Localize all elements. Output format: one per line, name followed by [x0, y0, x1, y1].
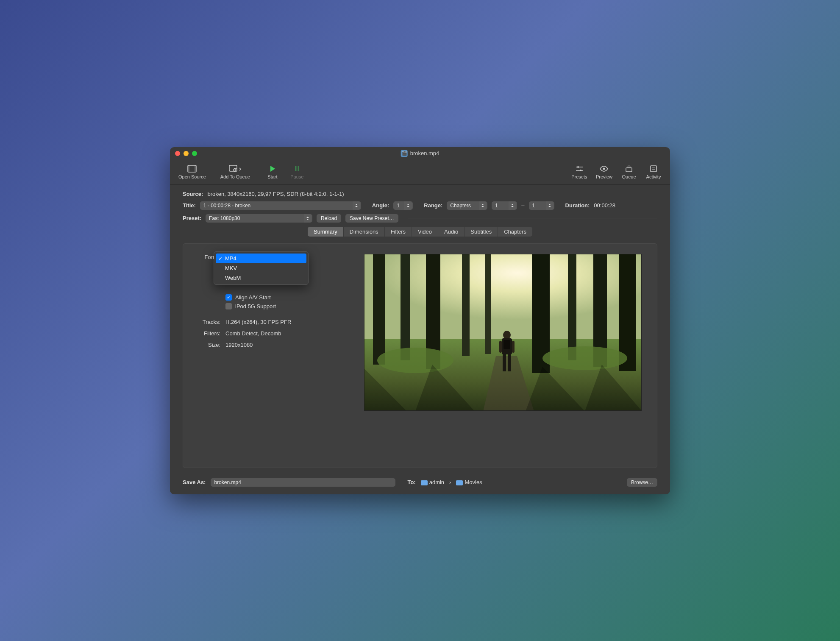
svg-rect-13 [627, 167, 631, 167]
svg-rect-31 [503, 340, 510, 349]
preset-select[interactable]: Fast 1080p30 [206, 214, 312, 223]
titlebar: 🎬 broken.mp4 [170, 147, 670, 160]
format-option-mkv[interactable]: MKV [216, 263, 306, 273]
svg-rect-33 [508, 354, 511, 371]
source-label: Source: [183, 191, 203, 197]
svg-point-28 [542, 346, 627, 370]
to-label: To: [407, 479, 415, 485]
tab-chapters[interactable]: Chapters [498, 227, 532, 237]
align-av-row: ✓ Align A/V Start [225, 294, 348, 301]
tracks-value: H.264 (x264), 30 FPS PFR [225, 319, 291, 325]
tab-video[interactable]: Video [412, 227, 438, 237]
close-button[interactable] [175, 151, 180, 156]
summary-panel: Forma MP4 MKV WebM ✓ Align A/V Start iPo… [183, 243, 657, 468]
svg-rect-32 [503, 354, 506, 371]
chevron-updown-icon [546, 201, 554, 210]
summary-left: Forma MP4 MKV WebM ✓ Align A/V Start iPo… [195, 254, 348, 457]
angle-select[interactable]: 1 [393, 201, 413, 210]
film-icon [187, 164, 197, 173]
svg-point-11 [603, 167, 605, 170]
sliders-icon [575, 164, 584, 173]
play-icon [269, 164, 276, 173]
activity-button[interactable]: Activity [643, 163, 664, 180]
filters-label: Filters: [195, 330, 220, 337]
path-segment-1[interactable]: admin [421, 479, 444, 485]
toolbar: Open Source Add To Queue Start Pause Pre… [170, 160, 670, 185]
tab-summary[interactable]: Summary [308, 227, 344, 237]
preview-thumbnail[interactable] [364, 254, 642, 411]
path-segment-2[interactable]: Movies [456, 479, 482, 485]
size-label: Size: [195, 342, 220, 348]
app-file-icon: 🎬 [401, 150, 408, 157]
svg-rect-19 [401, 254, 410, 360]
svg-rect-21 [462, 254, 470, 356]
svg-rect-6 [298, 166, 299, 171]
folder-icon [456, 480, 463, 485]
svg-rect-2 [195, 165, 196, 172]
preset-label: Preset: [183, 215, 201, 221]
tab-bar: Summary Dimensions Filters Video Audio S… [183, 227, 657, 237]
app-window: 🎬 broken.mp4 Open Source Add To Queue St… [170, 147, 670, 494]
svg-rect-5 [295, 166, 297, 171]
start-button[interactable]: Start [262, 163, 283, 180]
source-row: Source: broken, 3840x2160, 29,97 FPS, SD… [183, 191, 657, 197]
range-to-select[interactable]: 1 [529, 201, 554, 210]
format-dropdown-menu[interactable]: MP4 MKV WebM [214, 251, 309, 285]
stack-icon [625, 164, 633, 173]
svg-rect-14 [628, 165, 630, 166]
title-row: Title: 1 - 00:00:28 - broken Angle: 1 Ra… [183, 201, 657, 210]
save-as-label: Save As: [183, 479, 206, 485]
tab-filters[interactable]: Filters [385, 227, 412, 237]
divider [408, 218, 657, 218]
tab-audio[interactable]: Audio [438, 227, 465, 237]
checklist-icon [650, 164, 657, 173]
svg-point-8 [577, 166, 579, 168]
tab-dimensions[interactable]: Dimensions [344, 227, 385, 237]
range-from-select[interactable]: 1 [492, 201, 517, 210]
add-to-queue-button[interactable]: Add To Queue [212, 163, 259, 180]
path-separator: › [449, 479, 451, 485]
save-as-field[interactable]: broken.mp4 [211, 478, 395, 487]
reload-button[interactable]: Reload [317, 214, 341, 223]
chevron-updown-icon [304, 214, 312, 223]
range-select[interactable]: Chapters [447, 201, 487, 210]
format-option-mp4[interactable]: MP4 [216, 254, 306, 263]
traffic-lights [175, 151, 197, 156]
save-new-preset-button[interactable]: Save New Preset… [345, 214, 398, 223]
svg-rect-24 [568, 254, 576, 360]
svg-point-10 [580, 170, 581, 171]
svg-rect-35 [512, 341, 515, 353]
duration-label: Duration: [565, 202, 590, 209]
chevron-updown-icon [509, 201, 516, 210]
svg-rect-18 [373, 254, 385, 365]
minimize-button[interactable] [184, 151, 189, 156]
source-value: broken, 3840x2160, 29,97 FPS, SDR (8-bit… [207, 191, 344, 197]
preview-button[interactable]: Preview [593, 163, 615, 180]
duration-value: 00:00:28 [594, 202, 615, 209]
eye-icon [599, 164, 609, 173]
zoom-button[interactable] [192, 151, 197, 156]
queue-button[interactable]: Queue [618, 163, 640, 180]
presets-button[interactable]: Presets [569, 163, 590, 180]
align-av-checkbox[interactable]: ✓ [225, 294, 232, 301]
svg-rect-34 [499, 341, 502, 353]
preview-area [360, 254, 645, 457]
open-source-button[interactable]: Open Source [176, 163, 209, 180]
tab-subtitles[interactable]: Subtitles [465, 227, 498, 237]
pause-button[interactable]: Pause [286, 163, 308, 180]
browse-button[interactable]: Browse… [627, 478, 657, 487]
title-select[interactable]: 1 - 00:00:28 - broken [200, 201, 361, 210]
chevron-updown-icon [404, 201, 412, 210]
svg-rect-15 [651, 166, 656, 172]
pause-icon [294, 164, 300, 173]
format-option-webm[interactable]: WebM [216, 273, 306, 283]
tracks-label: Tracks: [195, 319, 220, 325]
content-area: Source: broken, 3840x2160, 29,97 FPS, SD… [170, 185, 670, 472]
forest-scene-icon [364, 254, 642, 411]
chevron-updown-icon [479, 201, 487, 210]
ipod-checkbox[interactable] [225, 303, 232, 309]
svg-rect-1 [188, 165, 189, 172]
svg-point-27 [377, 348, 453, 373]
ipod-label: iPod 5G Support [235, 303, 276, 309]
folder-icon [421, 480, 428, 485]
